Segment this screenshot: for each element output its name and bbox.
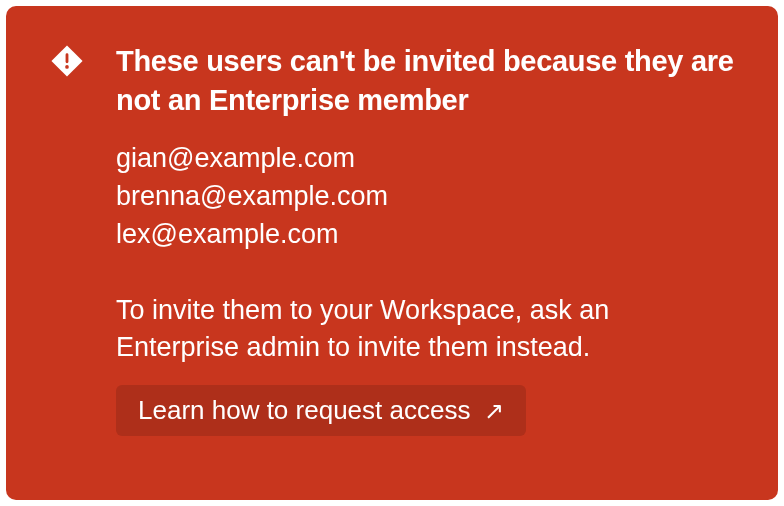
list-item: brenna@example.com (116, 178, 734, 216)
warning-icon (50, 44, 84, 78)
alert-content: These users can't be invited because the… (116, 42, 734, 436)
list-item: gian@example.com (116, 140, 734, 178)
action-button-label: Learn how to request access (138, 395, 470, 426)
blocked-users-list: gian@example.com brenna@example.com lex@… (116, 140, 734, 253)
alert-title: These users can't be invited because the… (116, 42, 734, 120)
enterprise-invite-error-alert: These users can't be invited because the… (6, 6, 778, 500)
learn-request-access-button[interactable]: Learn how to request access ↗ (116, 385, 526, 436)
svg-rect-0 (66, 53, 69, 63)
svg-point-1 (65, 65, 69, 69)
alert-instruction: To invite them to your Workspace, ask an… (116, 292, 734, 368)
alert-icon-container (50, 42, 84, 78)
list-item: lex@example.com (116, 216, 734, 254)
external-link-icon: ↗ (484, 399, 504, 423)
